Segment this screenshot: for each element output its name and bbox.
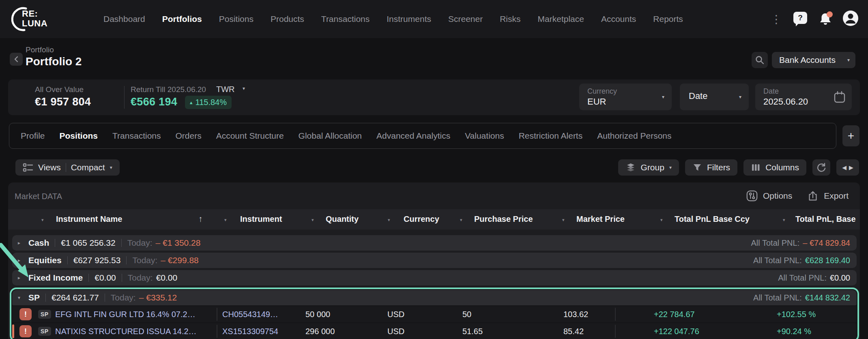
- table-toolbar: Views Compact ▾ Group ▾ Filters: [0, 159, 868, 176]
- cell-market-price: 103.62: [563, 306, 588, 322]
- group-button[interactable]: Group ▾: [618, 159, 679, 176]
- alert-icon[interactable]: !: [19, 325, 32, 337]
- group-row-equities[interactable]: ▸Equities€627 925.53Today:– €299.88All T…: [12, 253, 857, 268]
- all-total-pnl-value: €628 169.40: [805, 256, 850, 265]
- column-filter-caret-icon[interactable]: ▾: [460, 217, 462, 223]
- group-row-fixed-income[interactable]: ▸Fixed Income€0.00Today:€0.00All Total P…: [12, 270, 857, 285]
- instrument-name[interactable]: EFG INTL FIN GUR LTD 16.4% 07.2…: [55, 306, 196, 322]
- column-filter-caret-icon[interactable]: ▾: [388, 217, 390, 223]
- cell-total-pnl-base-pct: +90.24 %: [777, 323, 811, 339]
- arrow-right-icon: ▶: [849, 164, 853, 171]
- collapse-panel-button[interactable]: ◀ ▶: [836, 159, 859, 176]
- today-label: Today:: [132, 255, 157, 265]
- filters-button[interactable]: Filters: [685, 159, 737, 176]
- sort-asc-icon[interactable]: ↑: [198, 214, 203, 224]
- return-mode-caret-icon[interactable]: ▾: [243, 86, 245, 91]
- tab-account-structure[interactable]: Account Structure: [216, 131, 284, 141]
- instrument-name[interactable]: NATIXIS STRUCTURED ISSUA 14.2…: [55, 323, 197, 339]
- return-mode[interactable]: TWR: [216, 85, 235, 94]
- nav-item-screener[interactable]: Screener: [448, 14, 483, 24]
- currency-select[interactable]: Currency EUR ▾: [579, 84, 672, 110]
- instrument-id[interactable]: CH05543149…: [222, 306, 278, 322]
- nav-item-dashboard[interactable]: Dashboard: [103, 14, 145, 24]
- options-button[interactable]: Options: [746, 190, 792, 202]
- nav-item-marketplace[interactable]: Marketplace: [538, 14, 584, 24]
- export-button[interactable]: Export: [807, 190, 849, 202]
- column-filter-caret-icon[interactable]: ▾: [224, 217, 227, 223]
- group-name: Fixed Income: [28, 273, 83, 283]
- tab-advanced-analytics[interactable]: Advanced Analytics: [376, 131, 450, 141]
- tab-global-allocation[interactable]: Global Allocation: [299, 131, 362, 141]
- views-select[interactable]: Views Compact ▾: [15, 159, 120, 176]
- nav-item-reports[interactable]: Reports: [653, 14, 683, 24]
- tab-profile[interactable]: Profile: [21, 131, 45, 141]
- nav-item-positions[interactable]: Positions: [219, 14, 254, 24]
- nav-item-accounts[interactable]: Accounts: [601, 14, 636, 24]
- expander-caret-icon[interactable]: ▸: [18, 257, 28, 263]
- expander-caret-icon[interactable]: ▸: [18, 240, 28, 246]
- portfolio-header: Portfolio Portfolio 2 Bank Accounts ▾: [0, 38, 868, 77]
- group-row-sp[interactable]: ▾SP€264 621.77Today:– €335.12All Total P…: [12, 290, 857, 305]
- position-row[interactable]: !SPNATIXIS STRUCTURED ISSUA 14.2…XS15133…: [12, 323, 857, 339]
- cell-quantity: 50 000: [305, 306, 330, 322]
- nav-item-products[interactable]: Products: [271, 14, 304, 24]
- column-header-instrument[interactable]: Instrument: [240, 215, 282, 224]
- expander-caret-icon[interactable]: ▸: [18, 275, 28, 281]
- column-filter-caret-icon[interactable]: ▾: [562, 217, 565, 223]
- chevron-down-icon: ▾: [739, 94, 741, 99]
- more-menu-icon[interactable]: ⋮: [768, 13, 784, 26]
- tab-transactions[interactable]: Transactions: [112, 131, 161, 141]
- tab-restriction-alerts[interactable]: Restriction Alerts: [519, 131, 583, 141]
- tab-authorized-persons[interactable]: Authorized Persons: [597, 131, 671, 141]
- tab-valuations[interactable]: Valuations: [465, 131, 504, 141]
- column-filter-caret-icon[interactable]: ▾: [783, 217, 785, 223]
- tab-positions[interactable]: Positions: [60, 131, 98, 141]
- group-value: €264 621.77: [52, 293, 99, 303]
- column-header-currency[interactable]: Currency: [404, 215, 439, 224]
- date-field[interactable]: Date 2025.06.20: [755, 84, 852, 110]
- cell-currency: USD: [387, 306, 404, 322]
- alert-icon[interactable]: !: [19, 308, 32, 320]
- column-filter-caret-icon[interactable]: ▾: [41, 217, 44, 223]
- nav-item-portfolios[interactable]: Portfolios: [162, 14, 202, 24]
- tab-orders[interactable]: Orders: [175, 131, 201, 141]
- instrument-id[interactable]: XS1513309754: [222, 323, 278, 339]
- column-filter-caret-icon[interactable]: ▾: [312, 217, 314, 223]
- filter-icon: [692, 163, 702, 172]
- column-filter-caret-icon[interactable]: ▾: [660, 217, 663, 223]
- cell-total-pnl-base-pct: +102.55 %: [777, 306, 816, 322]
- calendar-icon: [833, 90, 846, 104]
- layers-icon: [625, 162, 636, 173]
- positions-panel: Market DATA Options Export ▾Instrument N…: [8, 182, 860, 339]
- avatar[interactable]: [842, 10, 859, 28]
- row-accent-bar: [12, 324, 14, 338]
- return-label: Return Till 2025.06.20: [131, 85, 206, 94]
- column-header-total-pnl-base-ccy[interactable]: Total PnL Base Ccy: [675, 215, 750, 224]
- search-button[interactable]: [752, 52, 768, 68]
- cell-total-pnl-base-ccy: +22 784.67: [654, 306, 695, 322]
- refresh-button[interactable]: [812, 159, 830, 176]
- group-row-cash[interactable]: ▸Cash€1 065 256.32Today:– €1 350.28All T…: [12, 235, 857, 251]
- table-header: ▾Instrument Name↑▾Instrument▾Quantity▾Cu…: [8, 209, 860, 230]
- arrow-left-icon: ◀: [842, 164, 847, 171]
- instrument-type-badge: SP: [38, 327, 51, 336]
- help-icon[interactable]: ?: [793, 12, 809, 26]
- columns-button[interactable]: Columns: [743, 159, 806, 176]
- nav-item-instruments[interactable]: Instruments: [387, 14, 431, 24]
- position-row[interactable]: !SPEFG INTL FIN GUR LTD 16.4% 07.2…CH055…: [12, 306, 857, 322]
- add-tab-button[interactable]: +: [842, 125, 859, 146]
- column-header-total-pnl-base[interactable]: Total PnL, Base: [795, 215, 856, 224]
- app-logo[interactable]: RE:LUNA: [8, 6, 61, 32]
- expander-caret-icon[interactable]: ▾: [18, 295, 28, 300]
- nav-item-risks[interactable]: Risks: [500, 14, 520, 24]
- cell-purchase-price: 51.65: [462, 323, 483, 339]
- back-button[interactable]: [10, 53, 23, 66]
- column-header-quantity[interactable]: Quantity: [326, 215, 359, 224]
- column-header-instrument-name[interactable]: Instrument Name: [56, 215, 122, 224]
- bank-accounts-select[interactable]: Bank Accounts ▾: [772, 52, 855, 68]
- column-header-market-price[interactable]: Market Price: [576, 215, 625, 224]
- column-header-purchase-price[interactable]: Purchase Price: [474, 215, 533, 224]
- nav-item-transactions[interactable]: Transactions: [321, 14, 370, 24]
- notifications-bell-icon[interactable]: [818, 11, 833, 27]
- date-mode-select[interactable]: Date ▾: [680, 84, 749, 110]
